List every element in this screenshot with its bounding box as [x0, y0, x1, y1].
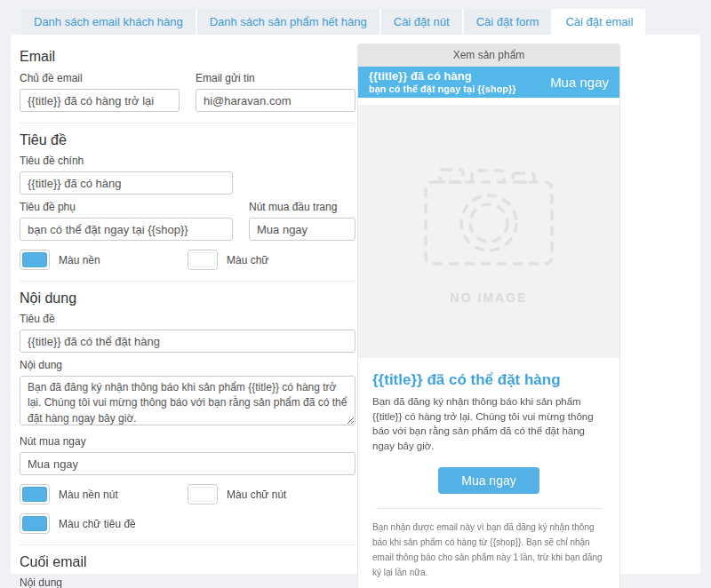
no-image-label: NO IMAGE: [451, 290, 528, 305]
email-settings-page: Danh sách email khách hàng Danh sách sản…: [0, 0, 711, 574]
sender-email-input[interactable]: [196, 89, 356, 112]
top-buy-button-label: Nút mua đầu trang: [249, 201, 356, 213]
button-text-color-label: Màu chữ nút: [227, 489, 286, 501]
sub-title-label: Tiêu đề phụ: [20, 201, 233, 213]
section-heading-header: Tiêu đề: [20, 132, 356, 148]
tab-email-settings[interactable]: Cài đặt email: [551, 9, 645, 35]
button-text-color-swatch[interactable]: [188, 484, 218, 505]
content-panel: Email Chủ đề email Email gửi tin Tiêu đề…: [11, 35, 700, 574]
title-text-color-label: Màu chữ tiêu đề: [59, 518, 136, 530]
preview-banner-title: {{title}} đã có hàng: [369, 69, 516, 83]
header-bg-color-label: Màu nền: [59, 254, 100, 266]
preview-banner-text: {{title}} đã có hàng bạn có thể đặt ngay…: [369, 69, 516, 96]
buy-button-text-label: Nút mua ngay: [20, 435, 356, 448]
section-heading-footer: Cuối email: [20, 554, 356, 570]
camera-icon: [422, 159, 555, 267]
tab-bar: Danh sách email khách hàng Danh sách sản…: [0, 0, 711, 35]
preview-product-title: {{title}} đã có thể đặt hàng: [372, 371, 605, 389]
email-settings-form: Email Chủ đề email Email gửi tin Tiêu đề…: [11, 35, 356, 588]
color-swatch-fill: [22, 516, 47, 531]
footer-body-label: Nội dung: [20, 576, 356, 588]
buy-button-text-input[interactable]: [20, 452, 356, 475]
button-bg-color-label: Màu nền nút: [59, 489, 118, 501]
header-bg-color-swatch[interactable]: [20, 250, 50, 270]
preview-banner: {{title}} đã có hàng bạn có thể đặt ngay…: [358, 67, 619, 98]
preview-footer-text: Bạn nhận được email này vì bạn đã đăng k…: [372, 520, 605, 580]
top-buy-button-input[interactable]: [249, 218, 356, 241]
color-swatch-fill: [190, 252, 215, 267]
preview-banner-subtitle: bạn có thể đặt ngay tại {{shop}}: [369, 83, 516, 96]
preview-body: {{title}} đã có thể đặt hàng Bạn đã đăng…: [358, 358, 619, 588]
section-heading-email: Email: [20, 49, 356, 65]
main-title-input[interactable]: [20, 171, 233, 195]
sender-email-label: Email gửi tin: [196, 72, 356, 84]
sub-title-input[interactable]: [20, 218, 233, 241]
content-body-label: Nội dung: [20, 359, 356, 371]
product-image-placeholder: NO IMAGE: [358, 105, 619, 358]
title-text-color-swatch[interactable]: [20, 513, 50, 534]
email-preview-card: Xem sản phẩm {{title}} đã có hàng bạn có…: [357, 44, 620, 588]
header-text-color-swatch[interactable]: [188, 250, 218, 270]
section-divider: [20, 544, 356, 545]
preview-body-text: Bạn đã đăng ký nhận thông báo khi sản ph…: [372, 394, 605, 454]
tab-form-settings[interactable]: Cài đặt form: [462, 9, 552, 35]
email-subject-input[interactable]: [20, 89, 180, 112]
color-swatch-fill: [22, 487, 47, 502]
preview-banner-buy-button[interactable]: Mua ngay: [550, 75, 609, 90]
tab-out-of-stock-products[interactable]: Danh sách sản phẩm hết hàng: [196, 9, 379, 35]
section-divider: [20, 123, 356, 123]
main-title-label: Tiêu đề chính: [20, 155, 356, 167]
color-swatch-fill: [22, 252, 47, 267]
preview-buy-button[interactable]: Mua ngay: [438, 467, 539, 494]
preview-header: Xem sản phẩm: [358, 44, 619, 67]
tab-button-settings[interactable]: Cài đặt nút: [379, 9, 462, 35]
section-heading-content: Nội dung: [20, 290, 356, 306]
content-body-textarea[interactable]: Bạn đã đăng ký nhận thông báo khi sản ph…: [20, 376, 356, 425]
button-bg-color-swatch[interactable]: [20, 484, 50, 505]
header-text-color-label: Màu chữ: [227, 254, 268, 266]
section-divider: [20, 281, 356, 282]
content-title-label: Tiêu đề: [20, 313, 356, 325]
content-title-input[interactable]: [20, 330, 356, 353]
preview-divider: [376, 508, 602, 509]
tab-customer-email-list[interactable]: Danh sách email khách hàng: [21, 9, 196, 35]
email-subject-label: Chủ đề email: [20, 72, 180, 84]
preview-column: Xem sản phẩm {{title}} đã có hàng bạn có…: [356, 35, 700, 588]
color-swatch-fill: [190, 487, 215, 502]
